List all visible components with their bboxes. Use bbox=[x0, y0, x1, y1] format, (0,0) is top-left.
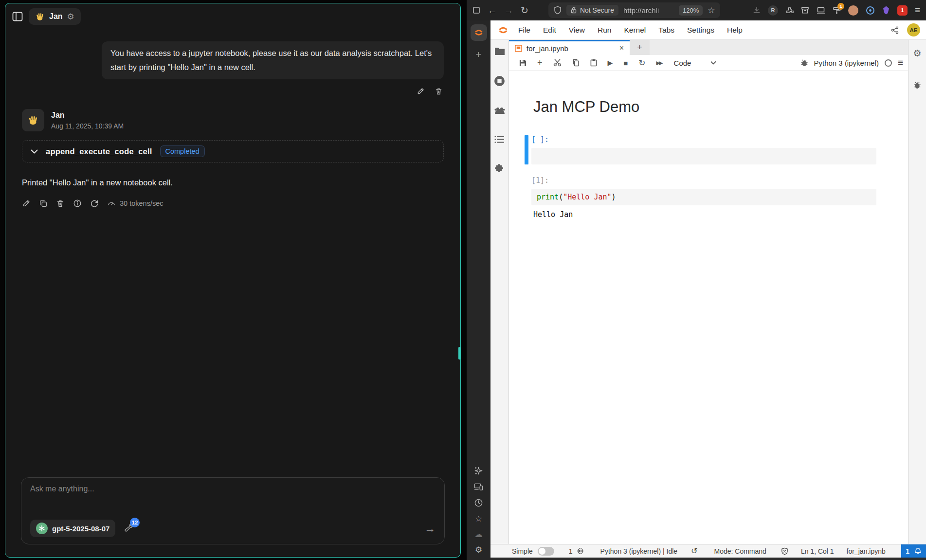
extension-icon-blue[interactable] bbox=[866, 6, 875, 15]
extension-device-icon[interactable] bbox=[817, 6, 825, 14]
menu-tabs[interactable]: Tabs bbox=[652, 26, 681, 35]
cell-code-input[interactable]: print("Hello Jan") bbox=[531, 189, 876, 205]
paste-cells-icon[interactable] bbox=[585, 55, 602, 71]
security-chip[interactable]: Not Secure bbox=[566, 5, 618, 16]
tab-tiling-icon[interactable] bbox=[472, 6, 480, 14]
cloud-icon[interactable]: ☁ bbox=[474, 530, 483, 539]
active-tab-tile[interactable] bbox=[471, 24, 487, 41]
info-icon[interactable] bbox=[73, 199, 82, 208]
kernel-status-text[interactable]: Python 3 (ipykernel) | Idle bbox=[600, 547, 678, 555]
regenerate-icon[interactable] bbox=[90, 199, 99, 208]
toolbar-menu-icon[interactable]: ≡ bbox=[898, 57, 903, 68]
address-bar[interactable]: Not Secure http://archli 120% ☆ bbox=[548, 2, 721, 18]
tools-button[interactable]: 12 bbox=[123, 524, 133, 534]
edit-message-icon[interactable] bbox=[417, 87, 425, 95]
notifications-area[interactable]: 1 bbox=[901, 544, 926, 558]
run-cell-icon[interactable]: ▶ bbox=[602, 55, 618, 71]
edit-response-icon[interactable] bbox=[22, 199, 31, 208]
menu-help[interactable]: Help bbox=[721, 26, 749, 35]
restart-run-all-icon[interactable]: ▶▶ bbox=[651, 55, 667, 71]
model-selector[interactable]: gpt-5-2025-08-07 bbox=[30, 520, 115, 537]
history-clock-icon[interactable] bbox=[474, 498, 483, 507]
save-icon[interactable] bbox=[514, 55, 532, 71]
menu-settings[interactable]: Settings bbox=[681, 26, 721, 35]
extension-archive-icon[interactable] bbox=[801, 6, 809, 14]
sidebar-toggle-icon[interactable] bbox=[12, 12, 23, 21]
extension-puzzle-icon[interactable] bbox=[785, 6, 794, 15]
debugger-panel-icon[interactable] bbox=[913, 81, 921, 89]
back-button[interactable]: ← bbox=[488, 6, 497, 15]
cursor-position[interactable]: Ln 1, Col 1 bbox=[801, 547, 834, 555]
simple-mode-toggle[interactable] bbox=[538, 547, 554, 556]
delete-message-icon[interactable] bbox=[435, 87, 443, 95]
restart-kernel-icon[interactable]: ↻ bbox=[633, 55, 651, 71]
bookmark-star-icon[interactable]: ☆ bbox=[708, 5, 715, 16]
menu-view[interactable]: View bbox=[563, 26, 591, 35]
add-cell-icon[interactable]: + bbox=[532, 55, 548, 71]
shield-icon[interactable] bbox=[554, 6, 562, 15]
scrollbar-thumb[interactable] bbox=[458, 347, 460, 360]
new-tab-button[interactable]: + bbox=[475, 49, 481, 60]
cell-code-input[interactable] bbox=[531, 148, 876, 164]
kernel-name[interactable]: Python 3 (ipykernel) bbox=[814, 59, 879, 67]
extension-icon-r[interactable]: R bbox=[768, 5, 778, 16]
file-browser-icon[interactable] bbox=[494, 47, 505, 55]
download-icon[interactable] bbox=[753, 6, 761, 14]
property-inspector-gear-icon[interactable]: ⚙ bbox=[913, 48, 921, 59]
tool-call-box[interactable]: append_execute_code_cell Completed bbox=[22, 140, 444, 163]
bookmarks-star-icon[interactable]: ☆ bbox=[475, 515, 482, 523]
delete-response-icon[interactable] bbox=[56, 199, 65, 208]
wave-hand-icon bbox=[27, 114, 39, 126]
statusbar-filename: for_jan.ipynb bbox=[847, 547, 886, 555]
extension-manager-icon[interactable] bbox=[494, 163, 505, 174]
cell-type-dropdown[interactable]: Code bbox=[674, 59, 717, 67]
notebook-tab[interactable]: for_jan.ipynb × bbox=[509, 40, 630, 55]
extensions-area: R 1 1 ≡ bbox=[753, 5, 920, 16]
browser-menu-icon[interactable]: ≡ bbox=[915, 5, 920, 16]
extension-roller-icon[interactable]: 1 bbox=[833, 6, 841, 15]
share-icon[interactable] bbox=[890, 26, 899, 35]
reload-button[interactable]: ↻ bbox=[521, 6, 528, 15]
forward-button[interactable]: → bbox=[504, 6, 513, 15]
stop-kernel-icon[interactable]: ■ bbox=[618, 55, 633, 71]
close-tab-icon[interactable]: × bbox=[619, 44, 624, 53]
model-provider-icon bbox=[36, 523, 48, 534]
thread-settings-icon[interactable]: ⚙ bbox=[67, 13, 74, 21]
command-mode-indicator[interactable]: Mode: Command bbox=[714, 547, 766, 555]
send-button[interactable]: → bbox=[424, 523, 436, 534]
token-speed: 30 tokens/sec bbox=[107, 199, 163, 208]
menu-file[interactable]: File bbox=[512, 26, 537, 35]
url-text[interactable]: http://archli bbox=[623, 6, 674, 15]
notebook-cell-executed[interactable]: [1]: print("Hello Jan") Hello Jan bbox=[531, 176, 876, 219]
notebook-content: Jan MCP Demo [ ]: [1]: print("Hello Jan"… bbox=[509, 71, 908, 544]
cut-cells-icon[interactable] bbox=[548, 55, 567, 71]
extension-icon-purple[interactable] bbox=[882, 6, 890, 15]
collaboration-users-icon[interactable] bbox=[494, 107, 506, 115]
new-launcher-button[interactable]: + bbox=[630, 40, 650, 55]
copy-response-icon[interactable] bbox=[39, 199, 48, 208]
chat-input[interactable] bbox=[30, 485, 436, 493]
terminals-kernels-status[interactable]: 1 bbox=[569, 547, 584, 555]
notebook-file-icon bbox=[515, 45, 522, 52]
history-icon[interactable]: ↺ bbox=[691, 546, 697, 556]
menu-kernel[interactable]: Kernel bbox=[617, 26, 652, 35]
notification-badge-red[interactable]: 1 bbox=[897, 5, 908, 16]
sync-devices-icon[interactable] bbox=[474, 483, 483, 491]
user-avatar[interactable]: AE bbox=[907, 23, 920, 36]
table-of-contents-icon[interactable] bbox=[494, 135, 505, 144]
assistant-avatar bbox=[22, 109, 44, 131]
debugger-bug-icon[interactable] bbox=[800, 59, 808, 67]
jan-header: Jan ⚙ bbox=[5, 3, 460, 30]
ai-sparkle-icon[interactable] bbox=[474, 466, 483, 475]
settings-gear-icon[interactable]: ⚙ bbox=[475, 546, 482, 554]
notebook-cell-empty[interactable]: [ ]: bbox=[531, 135, 876, 164]
composer-toolbar: gpt-5-2025-08-07 12 → bbox=[30, 520, 436, 537]
copy-cells-icon[interactable] bbox=[567, 55, 585, 71]
menu-edit[interactable]: Edit bbox=[537, 26, 563, 35]
running-kernels-icon[interactable] bbox=[494, 75, 505, 87]
token-speed-label: 30 tokens/sec bbox=[120, 199, 163, 207]
thread-title-pill[interactable]: Jan ⚙ bbox=[29, 8, 81, 25]
menu-run[interactable]: Run bbox=[591, 26, 617, 35]
extension-icon-face[interactable] bbox=[848, 5, 858, 16]
zoom-level-chip[interactable]: 120% bbox=[679, 5, 703, 16]
